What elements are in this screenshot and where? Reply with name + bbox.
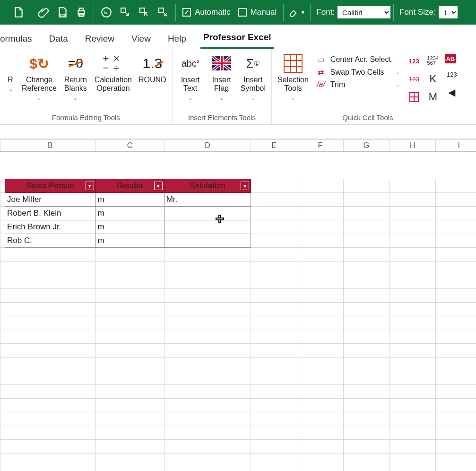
- column-header-row: B C D E F G H I: [0, 140, 476, 152]
- letter-m-icon[interactable]: M: [426, 90, 440, 104]
- cell[interactable]: m: [95, 193, 164, 207]
- qat-separator: [31, 4, 31, 21]
- font-size-select[interactable]: 11: [439, 6, 458, 18]
- filter-dropdown-icon[interactable]: ▼: [241, 182, 249, 190]
- qat-separator: [6, 4, 6, 21]
- table-header-row: Sales Person ▼ Gender ▼ Salutation ▼: [0, 179, 476, 193]
- cell[interactable]: Joe Miller: [5, 193, 96, 207]
- svg-text:fx: fx: [104, 10, 108, 15]
- col-header[interactable]: C: [95, 140, 164, 152]
- cell[interactable]: m: [95, 220, 164, 234]
- checkbox-unchecked-icon: [238, 8, 247, 17]
- cell[interactable]: Robert B. Klein: [5, 207, 96, 220]
- cell[interactable]: m: [95, 207, 164, 220]
- filter-dropdown-icon[interactable]: ▼: [86, 182, 94, 190]
- fx-icon[interactable]: fx: [97, 3, 116, 22]
- selection-tools-button[interactable]: Selection Tools ⌄: [276, 52, 311, 102]
- table-tool-1-icon[interactable]: [116, 3, 135, 22]
- manual-checkbox[interactable]: Manual: [238, 8, 277, 17]
- attach-icon[interactable]: [34, 3, 53, 22]
- table-row: Robert B. Klein m: [0, 207, 476, 220]
- tab-help[interactable]: Help: [165, 29, 189, 49]
- new-file-icon[interactable]: [9, 3, 28, 22]
- svg-text:PDF: PDF: [60, 14, 66, 17]
- swap-two-cells-button[interactable]: ⇄ Swap Two Cells ⌄: [313, 67, 403, 78]
- table-header-cell[interactable]: Gender ▼: [95, 179, 164, 193]
- cell[interactable]: [164, 207, 251, 220]
- plus-minus-mult-div-icon: + −× ÷: [103, 53, 123, 74]
- cell[interactable]: m: [95, 234, 164, 248]
- svg-rect-6: [140, 8, 145, 13]
- cell[interactable]: [164, 234, 251, 248]
- tab-formulas[interactable]: ormulas: [0, 29, 35, 49]
- col-header[interactable]: I: [436, 140, 476, 152]
- col-header[interactable]: G: [343, 140, 389, 152]
- cell[interactable]: Rob C.: [5, 234, 96, 248]
- chevron-down-icon: ⌄: [9, 86, 13, 92]
- insert-flag-button[interactable]: Insert Flag ⌄: [208, 52, 236, 102]
- grid-tool-icon[interactable]: [407, 90, 421, 104]
- trim-button[interactable]: /a/ Trim ⌄: [313, 79, 403, 90]
- col-header[interactable]: D: [164, 140, 251, 152]
- table-header-cell[interactable]: Sales Person ▼: [5, 179, 96, 193]
- eraser-icon[interactable]: [286, 3, 301, 22]
- equals-zero-strike-icon: =0: [65, 53, 86, 74]
- mini-icon-column-2: 1234567 K M: [425, 52, 441, 104]
- col-header[interactable]: B: [5, 140, 96, 152]
- filter-dropdown-icon[interactable]: ▼: [154, 182, 163, 190]
- quick-access-toolbar: PDF fx Automatic Manual ▾ Font: Calibri …: [0, 0, 476, 25]
- export-pdf-icon[interactable]: PDF: [53, 3, 72, 22]
- selection-grid-icon: [283, 53, 303, 74]
- ribbon-body: R ⌄ $↻ Change Reference ⌄ =0 Return Blan…: [0, 49, 476, 125]
- round-button[interactable]: 1.3 ROUND: [137, 52, 168, 85]
- group-formula-editing: R ⌄ $↻ Change Reference ⌄ =0 Return Blan…: [0, 49, 173, 124]
- spreadsheet-grid[interactable]: B C D E F G H I Sales Person ▼ Gender ▼ …: [0, 139, 476, 471]
- cell[interactable]: Mr.: [164, 193, 251, 207]
- group-quick-cell: Selection Tools ⌄ ▭ Center Acr. Select. …: [272, 49, 464, 124]
- font-name-select[interactable]: Calibri: [338, 6, 390, 18]
- number-format-strike-icon[interactable]: 123: [407, 72, 421, 86]
- table-row: Erich Brown Jr. m: [0, 220, 476, 234]
- cell[interactable]: [164, 220, 251, 234]
- center-across-select-button[interactable]: ▭ Center Acr. Select.: [313, 54, 403, 65]
- ab-red-icon[interactable]: AB: [445, 54, 456, 63]
- tab-view[interactable]: View: [129, 29, 154, 49]
- col-header[interactable]: H: [389, 140, 436, 152]
- chevron-down-icon: ⌄: [37, 95, 41, 101]
- tab-data[interactable]: Data: [46, 29, 71, 49]
- automatic-label: Automatic: [195, 8, 231, 17]
- qat-separator: [393, 4, 394, 21]
- font-label: Font:: [316, 8, 335, 17]
- col-header[interactable]: F: [297, 140, 343, 152]
- number-block-icon[interactable]: 1234567: [426, 54, 440, 68]
- formula-bar[interactable]: [0, 125, 476, 139]
- checkbox-checked-icon: [182, 8, 191, 17]
- letter-k-icon[interactable]: K: [426, 72, 440, 86]
- tab-professor-excel[interactable]: Professor Excel: [200, 27, 274, 49]
- table-header-cell[interactable]: Salutation ▼: [164, 179, 251, 193]
- print-icon[interactable]: [72, 3, 91, 22]
- group-label: Formula Editing Tools: [4, 112, 168, 124]
- tab-review[interactable]: Review: [82, 29, 117, 49]
- table-tool-2-icon[interactable]: [135, 3, 154, 22]
- col-header[interactable]: [0, 140, 5, 152]
- arrow-left-filled-icon[interactable]: ◀: [445, 85, 459, 99]
- change-reference-button[interactable]: $↻ Change Reference ⌄: [20, 52, 59, 102]
- table-tool-3-icon[interactable]: [154, 3, 173, 22]
- return-blanks-button[interactable]: =0 Return Blanks ⌄: [61, 52, 90, 102]
- cell[interactable]: Erich Brown Jr.: [5, 220, 96, 234]
- col-header[interactable]: E: [251, 140, 297, 152]
- group-label: Insert Elements Tools: [176, 112, 268, 124]
- eraser-dropdown-icon[interactable]: ▾: [302, 9, 304, 16]
- insert-symbol-button[interactable]: Σ① Insert Symbol ⌄: [239, 52, 268, 102]
- chevron-down-icon: ⌄: [251, 95, 255, 101]
- qat-separator: [94, 4, 94, 21]
- number-format-123-icon[interactable]: 123: [407, 54, 421, 68]
- insert-text-button[interactable]: abc² Insert Text ⌄: [176, 52, 205, 102]
- number-123-icon[interactable]: 123: [445, 67, 459, 81]
- ribbon-tabs: ormulas Data Review View Help Professor …: [0, 25, 476, 49]
- partial-button[interactable]: R ⌄: [4, 52, 17, 93]
- abc-icon: abc²: [180, 53, 201, 74]
- automatic-checkbox[interactable]: Automatic: [182, 8, 231, 17]
- calculation-operation-button[interactable]: + −× ÷ Calculation Operation: [93, 52, 134, 94]
